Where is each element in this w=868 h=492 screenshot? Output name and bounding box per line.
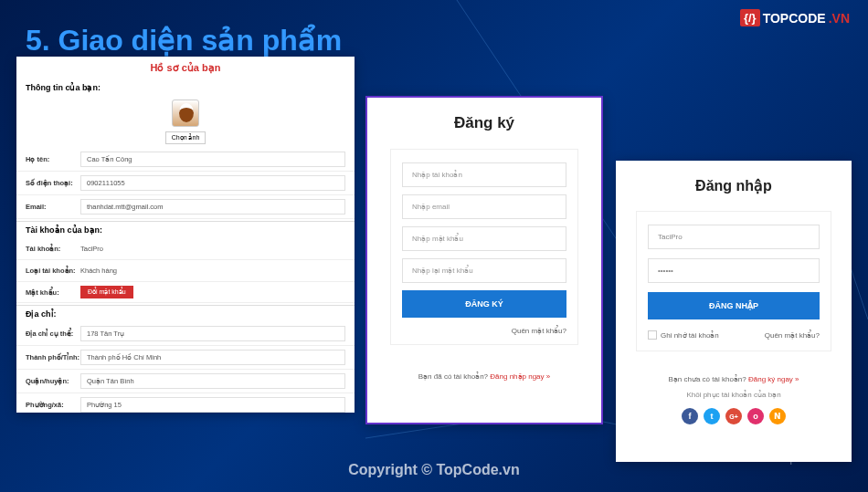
city-label: Thành phố/Tỉnh: <box>26 353 80 361</box>
watermark-side: TopCode.vn <box>778 451 841 465</box>
username-label: Tài khoản: <box>26 245 80 253</box>
logo-text: TOPCODE <box>763 11 826 26</box>
logo-badge: {/} <box>740 9 760 26</box>
login-password-input[interactable]: •••••• <box>648 258 820 283</box>
avatar <box>172 99 199 127</box>
rss-icon[interactable]: 𝗡 <box>769 408 786 424</box>
register-forgot-link[interactable]: Quên mật khẩu? <box>402 327 566 335</box>
googleplus-icon[interactable]: G+ <box>725 408 742 424</box>
district-input[interactable]: Quận Tân Bình <box>80 373 345 389</box>
login-title: Đăng nhập <box>636 177 831 194</box>
password-label: Mật khẩu: <box>26 288 80 297</box>
district-label: Quận/huyện: <box>26 377 80 385</box>
register-account-input[interactable]: Nhập tài khoản <box>402 162 566 187</box>
ward-label: Phường/xã: <box>26 401 80 409</box>
address-detail-label: Địa chỉ cụ thể: <box>26 330 80 338</box>
twitter-icon[interactable]: t <box>704 408 720 424</box>
address-detail-input[interactable]: 178 Tân Trụ <box>80 326 345 341</box>
account-type-label: Loại tài khoản: <box>26 267 80 275</box>
login-submit-button[interactable]: ĐĂNG NHẬP <box>648 292 820 319</box>
city-input[interactable]: Thành phố Hồ Chí Minh <box>80 350 345 365</box>
login-footer-text: Bạn chưa có tài khoản? <box>668 375 748 383</box>
email-input[interactable]: thanhdat.mtt@gmail.com <box>80 199 345 215</box>
account-type-value: Khách hàng <box>80 264 345 277</box>
login-panel: Đăng nhập TaciPro •••••• ĐĂNG NHẬP Ghi n… <box>616 161 852 462</box>
name-label: Họ tên: <box>26 155 80 163</box>
social-icons: f t G+ o 𝗡 <box>636 408 831 424</box>
page-title: 5. Giao diện sản phẩm <box>26 23 342 58</box>
remember-label: Ghi nhớ tài khoản <box>661 331 719 340</box>
login-username-input[interactable]: TaciPro <box>648 225 820 249</box>
register-password-input[interactable]: Nhập mật khẩu <box>402 226 566 251</box>
watermark: Copyright © TopCode.vn <box>348 462 519 478</box>
email-label: Email: <box>26 203 80 211</box>
account-heading: Tài khoản của bạn: <box>16 222 355 238</box>
register-title: Đăng ký <box>390 114 578 132</box>
checkbox-icon <box>648 330 657 340</box>
remember-checkbox[interactable]: Ghi nhớ tài khoản <box>648 330 719 340</box>
profile-info-heading: Thông tin của bạn: <box>16 79 355 96</box>
register-email-input[interactable]: Nhập email <box>402 194 566 219</box>
instagram-icon[interactable]: o <box>747 408 764 424</box>
register-now-link[interactable]: Đăng ký ngay » <box>748 375 799 383</box>
logo: {/} TOPCODE.VN <box>740 9 850 26</box>
login-now-link[interactable]: Đăng nhập ngay » <box>490 372 550 381</box>
login-forgot-link[interactable]: Quên mật khẩu? <box>765 331 820 340</box>
logo-suffix: .VN <box>829 11 850 26</box>
register-panel: Đăng ký Nhập tài khoản Nhập email Nhập m… <box>365 96 603 424</box>
profile-title: Hồ sơ của bạn <box>16 57 355 79</box>
username-value: TaciPro <box>80 242 345 256</box>
register-footer-text: Bạn đã có tài khoản? <box>418 372 491 381</box>
profile-panel: Hồ sơ của bạn Thông tin của bạn: Chọn ản… <box>16 57 355 413</box>
choose-image-button[interactable]: Chọn ảnh <box>165 131 206 144</box>
register-submit-button[interactable]: ĐĂNG KÝ <box>402 290 566 318</box>
phone-label: Số điện thoại: <box>26 179 80 187</box>
name-input[interactable]: Cao Tấn Công <box>80 152 345 167</box>
address-heading: Địa chỉ: <box>16 306 355 322</box>
facebook-icon[interactable]: f <box>682 408 698 424</box>
ward-input[interactable]: Phường 15 <box>80 397 345 413</box>
change-password-button[interactable]: Đổi mật khẩu <box>80 286 133 298</box>
phone-input[interactable]: 0902111055 <box>80 175 345 191</box>
restore-account-link[interactable]: Khôi phục tài khoản của bạn <box>636 391 831 399</box>
register-password2-input[interactable]: Nhập lại mật khẩu <box>402 258 566 283</box>
